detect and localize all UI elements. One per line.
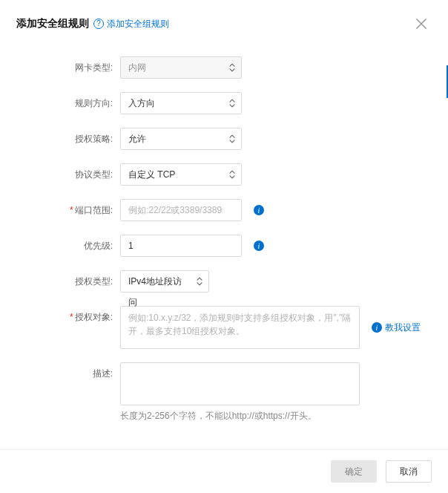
row-auth-object: *授权对象: i 教我设置 bbox=[16, 306, 432, 349]
input-priority[interactable] bbox=[128, 235, 234, 256]
row-policy: 授权策略: 允许 bbox=[16, 128, 432, 150]
select-auth-type[interactable]: IPv4地址段访问 bbox=[120, 270, 209, 293]
label-description: 描述: bbox=[16, 362, 120, 385]
close-button[interactable] bbox=[411, 13, 432, 34]
label-port-range: *端口范围: bbox=[16, 199, 120, 221]
textarea-description-wrap bbox=[120, 362, 360, 405]
select-protocol[interactable]: 自定义 TCP bbox=[120, 163, 242, 186]
textarea-auth-object[interactable] bbox=[128, 311, 352, 344]
row-nic-type: 网卡类型: 内网 bbox=[16, 56, 432, 79]
label-policy: 授权策略: bbox=[16, 128, 120, 150]
select-nic-type-value: 内网 bbox=[121, 57, 241, 78]
label-auth-object: *授权对象: bbox=[16, 306, 120, 328]
teach-me-link[interactable]: i 教我设置 bbox=[372, 321, 421, 334]
row-protocol: 协议类型: 自定义 TCP bbox=[16, 163, 432, 186]
label-direction: 规则方向: bbox=[16, 92, 120, 114]
info-icon[interactable]: i bbox=[254, 205, 264, 215]
close-icon bbox=[415, 18, 427, 30]
info-icon[interactable]: i bbox=[254, 241, 264, 251]
select-policy[interactable]: 允许 bbox=[120, 128, 242, 150]
modal-title: 添加安全组规则 bbox=[16, 17, 89, 30]
label-protocol: 协议类型: bbox=[16, 163, 120, 186]
required-mark: * bbox=[70, 312, 73, 322]
select-nic-type: 内网 bbox=[120, 56, 242, 79]
select-auth-type-value: IPv4地址段访问 bbox=[121, 271, 208, 292]
required-mark: * bbox=[70, 205, 73, 215]
select-protocol-value: 自定义 TCP bbox=[121, 164, 241, 185]
select-policy-value: 允许 bbox=[121, 128, 241, 149]
modal-footer: 确定 取消 bbox=[0, 449, 448, 493]
input-port-range[interactable] bbox=[128, 200, 234, 221]
row-port-range: *端口范围: i bbox=[16, 199, 432, 221]
row-description: 描述: 长度为2-256个字符，不能以http://或https://开头。 bbox=[16, 362, 432, 422]
label-auth-type: 授权类型: bbox=[16, 270, 120, 293]
info-icon: i bbox=[372, 322, 382, 333]
row-auth-type: 授权类型: IPv4地址段访问 bbox=[16, 270, 432, 293]
select-direction[interactable]: 入方向 bbox=[120, 92, 242, 114]
help-icon[interactable]: ? bbox=[93, 19, 104, 29]
modal-body: 网卡类型: 内网 规则方向: 入方向 授权策略: 允许 bbox=[0, 34, 448, 449]
modal-header: 添加安全组规则 ? 添加安全组规则 bbox=[0, 0, 448, 34]
input-priority-wrap bbox=[120, 235, 242, 257]
ok-button[interactable]: 确定 bbox=[331, 460, 377, 483]
row-priority: 优先级: i bbox=[16, 235, 432, 257]
select-direction-value: 入方向 bbox=[121, 93, 241, 114]
label-nic-type: 网卡类型: bbox=[16, 56, 120, 79]
cancel-button[interactable]: 取消 bbox=[386, 460, 432, 483]
help-doc-link[interactable]: 添加安全组规则 bbox=[107, 18, 169, 30]
label-priority: 优先级: bbox=[16, 235, 120, 257]
description-hint: 长度为2-256个字符，不能以http://或https://开头。 bbox=[120, 410, 360, 422]
textarea-auth-object-wrap bbox=[120, 306, 360, 349]
modal-add-security-group-rule: 添加安全组规则 ? 添加安全组规则 网卡类型: 内网 规则方向: 入方向 bbox=[0, 0, 448, 493]
row-direction: 规则方向: 入方向 bbox=[16, 92, 432, 114]
input-port-range-wrap bbox=[120, 199, 242, 221]
textarea-description[interactable] bbox=[128, 368, 352, 400]
